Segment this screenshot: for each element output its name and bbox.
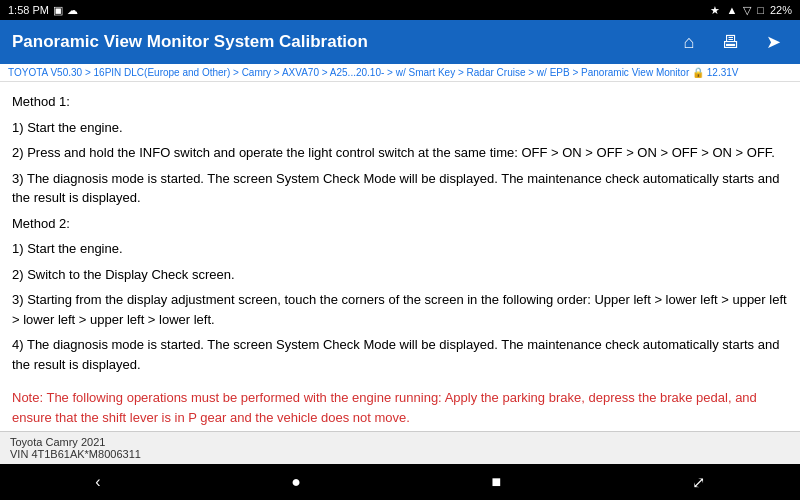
- status-bar: 1:58 PM ▣ ☁ ★ ▲ ▽ □ 22%: [0, 0, 800, 20]
- method1-step2: 2) Press and hold the INFO switch and op…: [12, 143, 788, 163]
- status-icon-2: ☁: [67, 4, 78, 17]
- home-button[interactable]: ⌂: [674, 27, 704, 57]
- nav-bar: ‹ ● ■ ⤢: [0, 464, 800, 500]
- header: Panoramic View Monitor System Calibratio…: [0, 20, 800, 64]
- recents-nav-icon[interactable]: ■: [471, 469, 521, 495]
- exit-button[interactable]: ➤: [758, 27, 788, 57]
- main-content: Method 1: 1) Start the engine. 2) Press …: [0, 82, 800, 431]
- back-nav-icon[interactable]: ‹: [75, 469, 120, 495]
- wifi-icon: ▲: [726, 4, 737, 16]
- method2-step3: 3) Starting from the display adjustment …: [12, 290, 788, 329]
- status-left: 1:58 PM ▣ ☁: [8, 4, 78, 17]
- vehicle-vin: VIN 4T1B61AK*M8006311: [10, 448, 790, 460]
- method2-heading: Method 2:: [12, 214, 788, 234]
- method1-step3: 3) The diagnosis mode is started. The sc…: [12, 169, 788, 208]
- home-nav-icon[interactable]: ●: [271, 469, 321, 495]
- vehicle-model: Toyota Camry 2021: [10, 436, 790, 448]
- note-text: Note: The following operations must be p…: [12, 388, 788, 427]
- header-icons: ⌂ 🖶 ➤: [674, 27, 788, 57]
- fullscreen-nav-icon[interactable]: ⤢: [672, 469, 725, 496]
- header-title: Panoramic View Monitor System Calibratio…: [12, 32, 368, 52]
- breadcrumb: TOYOTA V50.30 > 16PIN DLC(Europe and Oth…: [0, 64, 800, 82]
- print-button[interactable]: 🖶: [716, 27, 746, 57]
- vehicle-info-footer: Toyota Camry 2021 VIN 4T1B61AK*M8006311: [0, 431, 800, 464]
- status-right: ★ ▲ ▽ □ 22%: [710, 4, 792, 17]
- content-area: Method 1: 1) Start the engine. 2) Press …: [12, 92, 788, 380]
- method1-heading: Method 1:: [12, 92, 788, 112]
- method2-step2: 2) Switch to the Display Check screen.: [12, 265, 788, 285]
- battery-icon: □: [757, 4, 764, 16]
- method1-step1: 1) Start the engine.: [12, 118, 788, 138]
- signal-icon: ▽: [743, 4, 751, 17]
- status-time: 1:58 PM: [8, 4, 49, 16]
- battery-percent: 22%: [770, 4, 792, 16]
- method2-step1: 1) Start the engine.: [12, 239, 788, 259]
- bluetooth-icon: ★: [710, 4, 720, 17]
- method2-step4: 4) The diagnosis mode is started. The sc…: [12, 335, 788, 374]
- status-icon-1: ▣: [53, 4, 63, 17]
